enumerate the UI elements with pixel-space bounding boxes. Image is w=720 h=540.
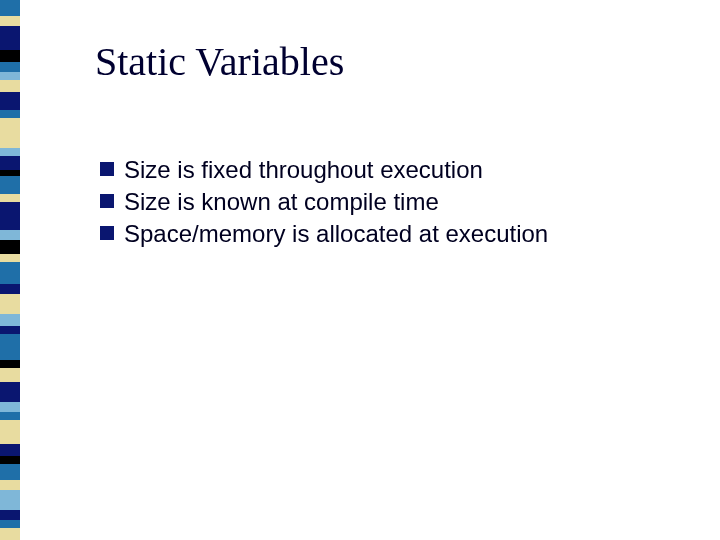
stripe-segment xyxy=(0,284,20,294)
stripe-segment xyxy=(0,402,20,412)
stripe-segment xyxy=(0,156,20,170)
stripe-segment xyxy=(0,110,20,118)
bullet-list: Size is fixed throughout execution Size … xyxy=(100,155,660,251)
stripe-segment xyxy=(0,240,20,254)
stripe-segment xyxy=(0,148,20,156)
bullet-text: Size is known at compile time xyxy=(124,187,439,217)
stripe-segment xyxy=(0,92,20,110)
stripe-segment xyxy=(0,72,20,80)
stripe-segment xyxy=(0,444,20,456)
stripe-segment xyxy=(0,0,20,16)
stripe-segment xyxy=(0,254,20,262)
stripe-segment xyxy=(0,490,20,510)
stripe-segment xyxy=(0,464,20,480)
bullet-square-icon xyxy=(100,194,114,208)
slide: Static Variables Size is fixed throughou… xyxy=(0,0,720,540)
stripe-segment xyxy=(0,230,20,240)
stripe-segment xyxy=(0,50,20,62)
stripe-segment xyxy=(0,334,20,360)
stripe-segment xyxy=(0,456,20,464)
decorative-stripe xyxy=(0,0,20,540)
bullet-square-icon xyxy=(100,226,114,240)
slide-title: Static Variables xyxy=(95,38,344,85)
stripe-segment xyxy=(0,326,20,334)
list-item: Space/memory is allocated at execution xyxy=(100,219,660,249)
stripe-segment xyxy=(0,194,20,202)
stripe-segment xyxy=(0,520,20,528)
stripe-segment xyxy=(0,480,20,490)
list-item: Size is known at compile time xyxy=(100,187,660,217)
stripe-segment xyxy=(0,262,20,284)
stripe-segment xyxy=(0,80,20,92)
stripe-segment xyxy=(0,62,20,72)
stripe-segment xyxy=(0,382,20,402)
stripe-segment xyxy=(0,176,20,194)
stripe-segment xyxy=(0,510,20,520)
list-item: Size is fixed throughout execution xyxy=(100,155,660,185)
stripe-segment xyxy=(0,314,20,326)
bullet-text: Space/memory is allocated at execution xyxy=(124,219,548,249)
stripe-segment xyxy=(0,412,20,420)
stripe-segment xyxy=(0,118,20,148)
stripe-segment xyxy=(0,294,20,314)
stripe-segment xyxy=(0,202,20,230)
stripe-segment xyxy=(0,16,20,26)
bullet-square-icon xyxy=(100,162,114,176)
stripe-segment xyxy=(0,528,20,540)
stripe-segment xyxy=(0,26,20,50)
stripe-segment xyxy=(0,360,20,368)
bullet-text: Size is fixed throughout execution xyxy=(124,155,483,185)
stripe-segment xyxy=(0,368,20,382)
stripe-segment xyxy=(0,420,20,444)
